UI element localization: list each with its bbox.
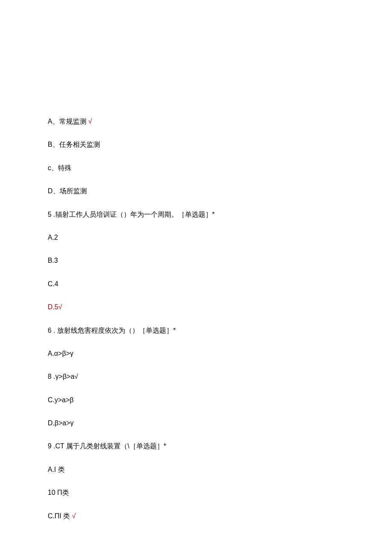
line-text: A、常规监测 bbox=[48, 118, 88, 125]
text-line: 10 Π类 bbox=[48, 488, 344, 497]
text-line: D.β>a>γ bbox=[48, 418, 344, 428]
text-line: A.I 类 bbox=[48, 465, 344, 474]
line-text: 6 . 放射线危害程度依次为（）［单选题］* bbox=[48, 327, 176, 334]
line-text: 10 Π类 bbox=[48, 489, 69, 496]
text-line: C.4 bbox=[48, 279, 344, 289]
line-text: D、场所监测 bbox=[48, 187, 87, 195]
line-text: 8 .γ>β>a√ bbox=[48, 373, 78, 380]
document-content: A、常规监测 √B、任务相关监测c、特殊D、场所监测5 .辐射工作人员培训证（）… bbox=[48, 117, 344, 521]
line-text: D.β>a>γ bbox=[48, 419, 74, 427]
line-text: 5 .辐射工作人员培训证（）年为一个周期。［单选题］* bbox=[48, 211, 215, 218]
text-line: C.ΠI 类 √ bbox=[48, 511, 344, 521]
text-line: 9 .CT 属于几类射线装置（\［单选题］* bbox=[48, 442, 344, 451]
text-line: 8 .γ>β>a√ bbox=[48, 372, 344, 381]
line-text: B.3 bbox=[48, 257, 58, 264]
text-line: B、任务相关监测 bbox=[48, 140, 344, 149]
text-line: 6 . 放射线危害程度依次为（）［单选题］* bbox=[48, 326, 344, 335]
line-text: D.5√ bbox=[48, 303, 62, 311]
text-line: A.2 bbox=[48, 233, 344, 242]
line-text: A.α>β>γ bbox=[48, 350, 73, 357]
text-line: 5 .辐射工作人员培训证（）年为一个周期。［单选题］* bbox=[48, 210, 344, 219]
text-line: c、特殊 bbox=[48, 163, 344, 173]
text-line: C.y>a>β bbox=[48, 395, 344, 405]
text-line: B.3 bbox=[48, 256, 344, 265]
line-text: 9 .CT 属于几类射线装置（\［单选题］* bbox=[48, 442, 166, 450]
text-line: A、常规监测 √ bbox=[48, 117, 344, 126]
text-line: D、场所监测 bbox=[48, 186, 344, 196]
line-text: A.2 bbox=[48, 234, 58, 241]
line-text: C.4 bbox=[48, 280, 58, 288]
line-text: C.y>a>β bbox=[48, 396, 74, 404]
line-text: B、任务相关监测 bbox=[48, 141, 100, 148]
line-text: c、特殊 bbox=[48, 164, 72, 171]
text-line: D.5√ bbox=[48, 302, 344, 312]
line-text: A.I 类 bbox=[48, 466, 65, 473]
text-line: A.α>β>γ bbox=[48, 349, 344, 358]
line-text: C.ΠI 类 bbox=[48, 512, 72, 520]
checkmark-icon: √ bbox=[88, 118, 92, 125]
checkmark-icon: √ bbox=[72, 512, 76, 520]
